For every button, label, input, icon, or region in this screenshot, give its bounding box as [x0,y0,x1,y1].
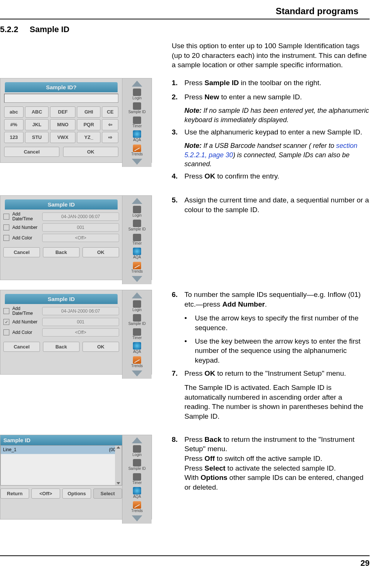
sample-id-list: Line_1 (001) [0,445,122,486]
keypad: abc ABC DEF GHI CE #% JKL MNO PQR [3,105,120,145]
toolbar-sample-id[interactable]: Sample ID [128,459,146,471]
scroll-up-icon[interactable] [132,198,142,204]
sample-id-icon [133,459,141,466]
trends-icon [133,145,141,152]
toolbar-aqa[interactable]: AQA [133,130,141,142]
key-STU[interactable]: STU [25,132,49,143]
toolbar-timer[interactable]: Timer [132,473,141,485]
scroll-up-icon[interactable] [132,437,142,443]
page-header: Standard programs [0,0,370,19]
value-datetime[interactable]: 04-JAN-2000 06:07 [42,213,119,221]
back-button[interactable]: Back [43,247,80,257]
key-sym[interactable]: #% [4,119,24,130]
key-ABC[interactable]: ABC [25,106,49,118]
toolbar-trends[interactable]: Trends [131,501,143,513]
key-abc[interactable]: abc [4,106,24,118]
ok-button[interactable]: OK [83,342,119,352]
toolbar-aqa[interactable]: AQA [133,487,141,499]
screenshot-options-checked: Sample ID Add Date/Time 04-JAN-2000 06:0… [0,290,152,375]
toolbar-timer[interactable]: Timer [132,117,141,128]
step-text: Press Sample ID in the toolbar on the ri… [184,78,370,88]
toolbar-aqa[interactable]: AQA [133,342,141,354]
cancel-button[interactable]: Cancel [4,147,59,157]
key-fwd-arrow[interactable] [102,132,118,143]
scroll-down-icon[interactable] [132,515,142,521]
scroll-up-icon[interactable] [116,446,120,449]
scroll-up-icon[interactable] [132,81,142,87]
bullet-text: Use the arrow keys to specify the first … [195,313,370,332]
key-YZ[interactable]: YZ_ [77,132,100,143]
key-back-arrow[interactable] [102,119,118,130]
toolbar-sample-id[interactable]: Sample ID [128,102,146,114]
checkbox-color[interactable] [3,329,9,335]
toolbar-timer[interactable]: Timer [132,234,141,246]
scroll-down-icon[interactable] [132,276,142,282]
key-123[interactable]: 123 [4,132,24,143]
value-color[interactable]: <Off> [42,328,119,337]
key-GHI[interactable]: GHI [77,106,100,118]
value-datetime[interactable]: 04-JAN-2000 06:07 [42,307,119,315]
value-color[interactable]: <Off> [42,234,119,242]
options-button[interactable]: Options [62,489,91,499]
scroll-down-icon[interactable] [132,370,142,376]
label-color: Add Color [12,330,39,335]
screenshot-options: Sample ID Add Date/Time 04-JAN-2000 06:0… [0,195,152,280]
key-JKL[interactable]: JKL [25,119,49,130]
page-number: 29 [0,555,370,568]
key-MNO[interactable]: MNO [50,119,75,130]
key-CE[interactable]: CE [102,106,118,118]
toolbar-trends[interactable]: Trends [131,356,143,368]
checkbox-datetime[interactable] [3,214,9,220]
step-text: Press New to enter a new sample ID. [184,92,370,102]
value-number[interactable]: 001 [42,318,119,326]
checkbox-number[interactable] [3,224,9,230]
aqa-icon [133,130,141,138]
off-button[interactable]: <Off> [31,489,60,499]
toolbar-login[interactable]: Login [133,300,141,312]
checkbox-datetime[interactable] [3,308,9,314]
toolbar-sample-id[interactable]: Sample ID [128,220,146,232]
scroll-up-icon[interactable] [132,292,142,298]
key-DEF[interactable]: DEF [50,106,75,118]
checkbox-number[interactable]: ✓ [3,319,9,325]
aqa-icon [133,487,141,494]
toolbar-sample-id[interactable]: Sample ID [128,314,146,326]
trends-icon [133,262,141,269]
label-number: Add Number [12,225,39,230]
scrollbar[interactable] [115,446,122,485]
label-number: Add Number [12,320,39,325]
right-toolbar: Login Sample ID Timer AQA Trends [122,435,152,524]
toolbar-trends[interactable]: Trends [131,145,143,156]
step-text: Press Back to return the instrument to t… [184,435,370,492]
back-button[interactable]: Back [43,342,80,352]
toolbar-aqa[interactable]: AQA [133,248,141,260]
cancel-button[interactable]: Cancel [3,342,40,352]
toolbar-login[interactable]: Login [133,445,141,457]
toolbar-trends[interactable]: Trends [131,262,143,274]
trends-icon [133,356,141,364]
toolbar-login[interactable]: Login [133,89,141,100]
section-title: Sample ID [30,25,69,34]
list-item[interactable]: Line_1 (001) [1,446,122,454]
ok-button[interactable]: OK [83,247,119,257]
label-color: Add Color [12,236,39,241]
select-button[interactable]: Select [93,489,122,499]
key-VWX[interactable]: VWX [50,132,75,143]
note: Note: If no sample ID has been entered y… [184,106,370,124]
scroll-down-icon[interactable] [116,482,120,484]
key-PQR[interactable]: PQR [77,119,100,130]
sample-id-input[interactable] [4,94,118,103]
dialog-title: Sample ID [5,199,118,210]
return-button[interactable]: Return [0,489,29,499]
step-text: To number the sample IDs sequentially—e.… [184,290,370,309]
dialog-title: Sample ID [5,294,118,304]
trends-icon [133,501,141,509]
ok-button[interactable]: OK [63,147,118,157]
cancel-button[interactable]: Cancel [3,247,40,257]
toolbar-login[interactable]: Login [133,206,141,218]
toolbar-timer[interactable]: Timer [132,328,141,340]
scroll-down-icon[interactable] [132,159,142,165]
checkbox-color[interactable] [3,235,9,241]
value-number[interactable]: 001 [42,223,119,232]
sample-id-icon [133,314,141,322]
